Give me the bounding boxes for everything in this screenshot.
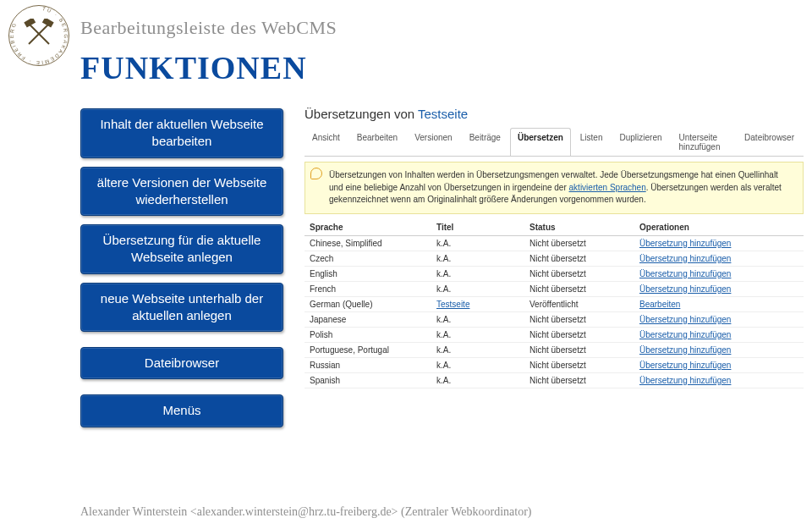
- cell-status: Nicht übersetzt: [524, 372, 634, 388]
- translations-heading: Übersetzungen von Testseite: [304, 107, 804, 121]
- cell-title: k.A.: [431, 235, 524, 251]
- cell-language: Polish: [304, 327, 431, 342]
- tab-ansicht[interactable]: Ansicht: [304, 128, 348, 156]
- operation-link[interactable]: Übersetzung hinzufügen: [639, 345, 731, 355]
- operation-link[interactable]: Übersetzung hinzufügen: [639, 239, 731, 248]
- cell-operation: Übersetzung hinzufügen: [634, 357, 804, 372]
- cell-title: k.A.: [431, 357, 524, 372]
- cell-status: Nicht übersetzt: [524, 281, 634, 296]
- cell-status: Nicht übersetzt: [524, 235, 634, 251]
- cell-language: Czech: [304, 251, 431, 266]
- col-language: Sprache: [304, 219, 431, 236]
- function-list: Inhalt der aktuellen Webseite bearbeiten…: [80, 108, 283, 436]
- cell-title: k.A.: [431, 372, 524, 388]
- cell-operation: Übersetzung hinzufügen: [634, 251, 804, 266]
- operation-link[interactable]: Übersetzung hinzufügen: [639, 315, 731, 324]
- func-edit-content[interactable]: Inhalt der aktuellen Webseite bearbeiten: [80, 108, 283, 158]
- cms-screenshot: Übersetzungen von Testseite AnsichtBearb…: [304, 107, 804, 388]
- cell-status: Nicht übersetzt: [524, 327, 634, 342]
- heading-prefix: Übersetzungen von: [304, 107, 418, 121]
- cell-language: Spanish: [304, 372, 431, 388]
- func-restore-versions[interactable]: ältere Versionen der Webseite wiederhers…: [80, 167, 283, 217]
- table-row: Polishk.A.Nicht übersetztÜbersetzung hin…: [304, 327, 804, 342]
- title-link[interactable]: Testseite: [436, 300, 469, 309]
- table-row: Spanishk.A.Nicht übersetztÜbersetzung hi…: [304, 372, 804, 388]
- operation-link[interactable]: Bearbeiten: [639, 300, 680, 309]
- cell-status: Nicht übersetzt: [524, 357, 634, 372]
- table-row: Japanesek.A.Nicht übersetztÜbersetzung h…: [304, 311, 804, 327]
- cell-operation: Übersetzung hinzufügen: [634, 327, 804, 342]
- cell-operation: Übersetzung hinzufügen: [634, 235, 804, 251]
- table-row: German (Quelle)TestseiteVeröffentlichtBe…: [304, 296, 804, 311]
- cell-title: k.A.: [431, 311, 524, 327]
- col-title: Titel: [431, 219, 524, 236]
- tab-duplizieren[interactable]: Duplizieren: [612, 128, 670, 156]
- operation-link[interactable]: Übersetzung hinzufügen: [639, 269, 731, 278]
- speech-bubble-icon: [310, 168, 322, 179]
- cell-title: k.A.: [431, 266, 524, 281]
- tab-beiträge[interactable]: Beiträge: [462, 128, 508, 156]
- cell-status: Nicht übersetzt: [524, 342, 634, 357]
- footer-credit: Alexander Winterstein <alexander.winters…: [80, 505, 532, 519]
- cell-title: k.A.: [431, 281, 524, 296]
- tab-bearbeiten[interactable]: Bearbeiten: [349, 128, 405, 156]
- table-row: Englishk.A.Nicht übersetztÜbersetzung hi…: [304, 266, 804, 281]
- slide-title: FUNKTIONEN: [80, 49, 307, 86]
- cell-status: Veröffentlicht: [524, 296, 634, 311]
- table-row: Chinese, Simplifiedk.A.Nicht übersetztÜb…: [304, 235, 804, 251]
- cell-operation: Übersetzung hinzufügen: [634, 372, 804, 388]
- cell-language: Japanese: [304, 311, 431, 327]
- operation-link[interactable]: Übersetzung hinzufügen: [639, 284, 731, 294]
- slide-subtitle: Bearbeitungsleiste des WebCMS: [80, 17, 337, 39]
- cell-language: Chinese, Simplified: [304, 235, 431, 251]
- info-box: Übersetzungen von Inhalten werden in Übe…: [304, 162, 804, 214]
- cell-title: k.A.: [431, 251, 524, 266]
- func-add-translation[interactable]: Übersetzung für die aktuelle Webseite an…: [80, 224, 283, 274]
- cell-status: Nicht übersetzt: [524, 311, 634, 327]
- table-row: Portuguese, Portugalk.A.Nicht übersetztÜ…: [304, 342, 804, 357]
- tab-listen[interactable]: Listen: [573, 128, 611, 156]
- cell-operation: Übersetzung hinzufügen: [634, 311, 804, 327]
- tabs-row: AnsichtBearbeitenVersionenBeiträgeÜberse…: [304, 128, 804, 157]
- university-logo: TU · BERGAKADEMIE · FREIBERG: [8, 5, 69, 66]
- col-status: Status: [524, 219, 634, 236]
- cell-operation: Übersetzung hinzufügen: [634, 342, 804, 357]
- svg-text:TU · BERGAKADEMIE · FREIBERG: TU · BERGAKADEMIE · FREIBERG: [9, 6, 69, 65]
- tab-unterseite-hinzufügen[interactable]: Unterseite hinzufügen: [672, 128, 736, 156]
- func-filebrowser[interactable]: Dateibrowser: [80, 347, 283, 379]
- cell-status: Nicht übersetzt: [524, 266, 634, 281]
- cell-language: French: [304, 281, 431, 296]
- translations-table: Sprache Titel Status Operationen Chinese…: [304, 219, 804, 388]
- tab-übersetzen[interactable]: Übersetzen: [510, 128, 571, 156]
- heading-page-link[interactable]: Testseite: [418, 107, 468, 121]
- cell-operation: Bearbeiten: [634, 296, 804, 311]
- cell-language: Portuguese, Portugal: [304, 342, 431, 357]
- operation-link[interactable]: Übersetzung hinzufügen: [639, 376, 731, 385]
- operation-link[interactable]: Übersetzung hinzufügen: [639, 361, 731, 370]
- cell-language: Russian: [304, 357, 431, 372]
- activated-languages-link[interactable]: aktivierten Sprachen: [569, 183, 646, 192]
- tab-versionen[interactable]: Versionen: [407, 128, 459, 156]
- table-row: Frenchk.A.Nicht übersetztÜbersetzung hin…: [304, 281, 804, 296]
- cell-language: German (Quelle): [304, 296, 431, 311]
- cell-language: English: [304, 266, 431, 281]
- table-header-row: Sprache Titel Status Operationen: [304, 219, 804, 236]
- table-row: Russiank.A.Nicht übersetztÜbersetzung hi…: [304, 357, 804, 372]
- operation-link[interactable]: Übersetzung hinzufügen: [639, 330, 731, 339]
- tab-dateibrowser[interactable]: Dateibrowser: [737, 128, 802, 156]
- col-operations: Operationen: [634, 219, 804, 236]
- func-new-subpage[interactable]: neue Webseite unterhalb der aktuellen an…: [80, 283, 283, 333]
- logo-ring-text: TU · BERGAKADEMIE · FREIBERG: [8, 5, 69, 66]
- table-row: Czechk.A.Nicht übersetztÜbersetzung hinz…: [304, 251, 804, 266]
- cell-title: Testseite: [431, 296, 524, 311]
- cell-status: Nicht übersetzt: [524, 251, 634, 266]
- cell-title: k.A.: [431, 327, 524, 342]
- func-menus[interactable]: Menüs: [80, 394, 283, 427]
- cell-title: k.A.: [431, 342, 524, 357]
- operation-link[interactable]: Übersetzung hinzufügen: [639, 254, 731, 263]
- cell-operation: Übersetzung hinzufügen: [634, 266, 804, 281]
- cell-operation: Übersetzung hinzufügen: [634, 281, 804, 296]
